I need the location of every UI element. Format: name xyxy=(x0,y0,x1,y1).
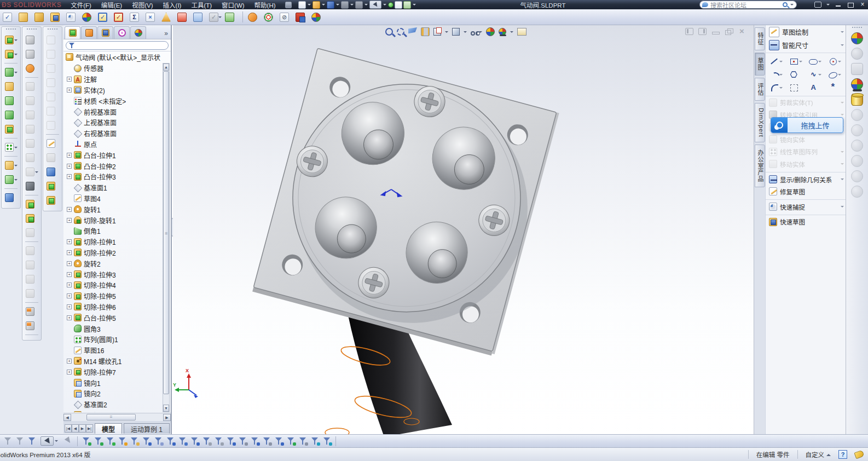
toolbar-button[interactable] xyxy=(22,272,41,286)
selection-filter-button[interactable] xyxy=(311,437,319,445)
toolbar-grip[interactable] xyxy=(48,28,57,31)
scrollbar-thumb[interactable] xyxy=(163,71,169,394)
tree-item[interactable]: + 草图4 xyxy=(63,193,162,204)
menu-item[interactable]: 窗口(W) xyxy=(217,1,250,9)
toolbar-button[interactable] xyxy=(22,33,41,47)
expand-toggle[interactable]: + xyxy=(67,153,72,158)
view-settings-dropdown[interactable] xyxy=(510,31,513,34)
sketch-tool-button[interactable] xyxy=(767,55,786,68)
view-orientation-icon[interactable] xyxy=(433,28,441,36)
hide-show-items-icon[interactable] xyxy=(471,31,475,36)
expand-toggle[interactable]: + xyxy=(67,293,72,298)
edit-appearance-icon[interactable] xyxy=(517,28,526,36)
select-dropdown[interactable] xyxy=(383,4,386,7)
command-item[interactable]: 快速捕捉 xyxy=(766,199,846,213)
toolbar-button[interactable] xyxy=(2,191,20,205)
toolbar-icon[interactable]: ✓ xyxy=(209,13,218,22)
tab-property-manager[interactable] xyxy=(81,26,97,39)
expand-toggle[interactable]: + xyxy=(67,283,72,287)
toolbar-button[interactable] xyxy=(2,154,20,158)
expand-toggle[interactable]: + xyxy=(67,207,72,212)
print-button[interactable] xyxy=(341,1,349,9)
toolbar-icon[interactable] xyxy=(296,13,305,22)
help-options-icon[interactable] xyxy=(814,2,821,8)
document-properties-button[interactable] xyxy=(395,1,402,9)
tree-item[interactable]: + 前视基准面 xyxy=(63,106,162,117)
toolbar-icon[interactable] xyxy=(193,13,202,22)
task-pane-icon[interactable] xyxy=(851,78,863,90)
view-settings-icon[interactable] xyxy=(499,28,506,36)
tab-model[interactable]: 模型 xyxy=(95,423,122,434)
tree-item[interactable]: + 切除-拉伸5 xyxy=(63,291,162,302)
command-item[interactable]: 移动实体 xyxy=(766,158,846,171)
task-pane-icon[interactable] xyxy=(851,32,863,44)
task-pane-icon[interactable] xyxy=(851,109,863,121)
tree-item[interactable]: + 镜向1 xyxy=(63,377,162,388)
tree-vertical-scrollbar[interactable]: ▲ ▼ xyxy=(163,63,170,412)
toolbar-button[interactable] xyxy=(22,76,41,79)
display-style-dropdown[interactable] xyxy=(464,31,467,34)
toolbar-button[interactable] xyxy=(22,193,41,197)
zoom-to-area-icon[interactable] xyxy=(397,28,404,36)
apply-scene-icon[interactable] xyxy=(486,27,495,36)
tree-item[interactable]: + 切除-拉伸4 xyxy=(63,280,162,291)
tree-item[interactable]: + 切除-拉伸3 xyxy=(63,269,162,280)
tree-item[interactable]: + 凸台-拉伸2 xyxy=(63,160,162,171)
expand-toggle[interactable]: + xyxy=(67,77,72,82)
toggle-indicator-icon[interactable] xyxy=(388,2,394,8)
selection-filter-button[interactable] xyxy=(251,437,258,445)
task-pane-icon[interactable] xyxy=(851,124,863,136)
selection-filter-button[interactable] xyxy=(299,437,306,445)
toolbar-icon[interactable] xyxy=(50,13,60,22)
toolbar-icon[interactable] xyxy=(34,13,44,22)
tree-item[interactable]: + 基准面2 xyxy=(63,399,162,410)
tree-item[interactable]: + 切除-拉伸8 xyxy=(63,410,162,413)
sketch-tool-button[interactable]: * xyxy=(825,81,845,94)
toolbar-icon[interactable] xyxy=(177,13,187,22)
tree-item[interactable]: + 实体(2) xyxy=(63,85,162,96)
expand-toggle[interactable]: + xyxy=(67,261,72,266)
expand-toggle[interactable]: + xyxy=(67,315,72,320)
toolbar-button[interactable] xyxy=(2,122,20,136)
view-orientation-dropdown[interactable] xyxy=(445,31,448,34)
undo-dropdown[interactable] xyxy=(364,4,368,7)
toolbar-button[interactable] xyxy=(22,197,41,211)
expand-toggle[interactable]: + xyxy=(67,359,72,364)
sketch-tool-button[interactable] xyxy=(786,81,806,94)
toolbar-grip[interactable] xyxy=(27,28,37,31)
toolbar-button[interactable] xyxy=(2,33,20,47)
command-manager-tab[interactable]: 办公室产品 xyxy=(755,145,765,187)
toolbar-icon[interactable]: ⊘ xyxy=(280,13,289,22)
toolbar-button[interactable] xyxy=(22,286,41,301)
selection-filter-button[interactable] xyxy=(215,437,222,445)
toolbar-button[interactable] xyxy=(2,47,20,61)
toolbar-button[interactable] xyxy=(43,165,62,179)
toolbar-button[interactable] xyxy=(22,79,41,94)
sketch-tool-button[interactable]: A xyxy=(806,81,825,94)
expand-toggle[interactable]: + xyxy=(67,304,72,309)
minimize-button[interactable] xyxy=(835,2,842,8)
command-item[interactable]: 修复草图 xyxy=(766,186,846,198)
task-pane-icon[interactable] xyxy=(851,186,863,198)
tree-item[interactable]: + 凸台-拉伸3 xyxy=(63,171,162,182)
expand-toggle[interactable]: + xyxy=(67,88,72,93)
save-dropdown[interactable] xyxy=(336,4,339,7)
options-dropdown[interactable] xyxy=(413,4,416,7)
toolbar-button[interactable] xyxy=(22,226,41,240)
command-item[interactable]: 显示/删除几何关系 xyxy=(766,172,846,186)
toolbar-button[interactable] xyxy=(22,108,41,122)
toolbar-icon[interactable]: ✓ xyxy=(114,13,123,22)
toolbar-button[interactable] xyxy=(43,76,62,90)
toolbar-button[interactable] xyxy=(43,47,62,61)
toolbar-icon[interactable] xyxy=(225,13,234,22)
selection-filter-button[interactable] xyxy=(63,436,72,446)
sketch-tool-button[interactable] xyxy=(767,81,786,94)
tree-item[interactable]: + 圆角3 xyxy=(63,323,162,334)
print-dropdown[interactable] xyxy=(350,4,354,7)
selection-filter-button[interactable] xyxy=(239,437,246,445)
split-left-button[interactable] xyxy=(685,28,693,35)
toolbar-button[interactable] xyxy=(2,158,20,172)
scroll-up-button[interactable]: ▲ xyxy=(163,64,169,71)
doc-close-button[interactable]: × xyxy=(738,28,746,35)
selection-filter-button[interactable] xyxy=(335,436,336,446)
